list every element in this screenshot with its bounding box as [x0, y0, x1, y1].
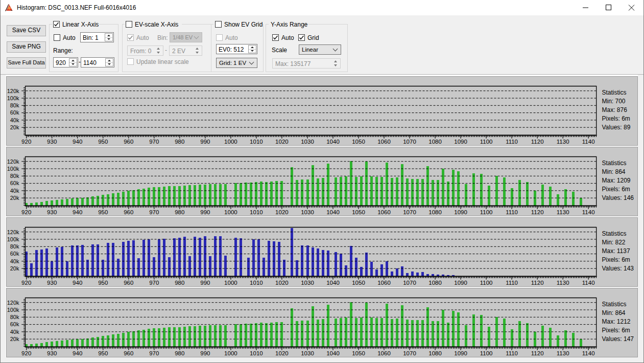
svg-text:60k: 60k: [10, 180, 19, 186]
svg-text:60k: 60k: [10, 321, 19, 327]
svg-text:1100: 1100: [480, 209, 492, 215]
svg-text:990: 990: [200, 280, 210, 286]
svg-text:1070: 1070: [403, 350, 416, 356]
svg-text:1090: 1090: [454, 350, 467, 356]
svg-text:1130: 1130: [556, 139, 569, 145]
svg-text:930: 930: [47, 280, 57, 286]
svg-text:1050: 1050: [352, 350, 365, 356]
svg-text:Statistics: Statistics: [602, 301, 626, 308]
svg-text:1100: 1100: [480, 280, 492, 286]
svg-text:Min: 822: Min: 822: [602, 239, 625, 246]
svg-text:970: 970: [149, 139, 159, 145]
svg-text:1100: 1100: [480, 350, 492, 356]
svg-text:1070: 1070: [403, 280, 416, 286]
svg-text:1110: 1110: [506, 280, 518, 286]
svg-text:1030: 1030: [301, 280, 314, 286]
svg-text:1120: 1120: [531, 350, 543, 356]
svg-text:120k: 120k: [7, 158, 19, 165]
svg-text:100k: 100k: [7, 166, 19, 172]
svg-text:1140: 1140: [582, 280, 594, 286]
svg-text:1050: 1050: [352, 209, 365, 215]
svg-text:1080: 1080: [428, 350, 442, 356]
svg-text:960: 960: [124, 139, 133, 145]
svg-text:1120: 1120: [531, 139, 543, 145]
svg-text:Pixels: 6m: Pixels: 6m: [602, 327, 630, 334]
svg-text:Statistics: Statistics: [602, 89, 626, 96]
svg-text:40k: 40k: [10, 117, 19, 123]
svg-text:1110: 1110: [506, 139, 518, 145]
svg-text:1080: 1080: [428, 209, 442, 215]
svg-text:1130: 1130: [556, 209, 569, 215]
svg-text:970: 970: [149, 350, 159, 356]
svg-text:960: 960: [124, 350, 133, 356]
svg-text:1030: 1030: [301, 350, 314, 356]
svg-text:1060: 1060: [377, 209, 391, 215]
svg-text:1060: 1060: [377, 139, 391, 145]
svg-text:1110: 1110: [506, 209, 518, 215]
svg-text:Min: 700: Min: 700: [602, 98, 625, 105]
svg-text:80k: 80k: [10, 243, 19, 249]
svg-text:20k: 20k: [10, 124, 19, 130]
svg-text:60k: 60k: [10, 109, 19, 116]
svg-text:930: 930: [47, 350, 57, 356]
svg-text:1010: 1010: [250, 209, 263, 215]
svg-text:Pixels: 6m: Pixels: 6m: [602, 256, 630, 263]
svg-text:1140: 1140: [582, 209, 594, 215]
svg-text:970: 970: [149, 280, 159, 286]
svg-text:100k: 100k: [7, 95, 19, 101]
svg-text:940: 940: [73, 280, 82, 286]
svg-text:1030: 1030: [301, 209, 314, 215]
svg-text:Min: 864: Min: 864: [602, 309, 625, 316]
svg-text:1060: 1060: [377, 280, 391, 286]
svg-text:Max: 876: Max: 876: [602, 106, 627, 114]
svg-text:1130: 1130: [556, 350, 569, 356]
svg-text:20k: 20k: [10, 195, 19, 201]
svg-text:1000: 1000: [224, 280, 237, 286]
svg-text:1020: 1020: [275, 139, 289, 145]
svg-text:20k: 20k: [10, 336, 19, 342]
svg-text:1020: 1020: [275, 209, 289, 215]
svg-text:80k: 80k: [10, 173, 19, 179]
svg-text:990: 990: [200, 350, 210, 356]
svg-text:Values: 143: Values: 143: [602, 265, 634, 272]
svg-text:940: 940: [73, 350, 82, 356]
svg-text:120k: 120k: [7, 300, 19, 306]
svg-text:80k: 80k: [10, 102, 19, 108]
svg-text:1080: 1080: [428, 280, 442, 286]
svg-text:950: 950: [98, 139, 108, 145]
svg-text:1140: 1140: [582, 350, 594, 356]
svg-text:950: 950: [98, 209, 108, 215]
svg-text:Max: 1212: Max: 1212: [602, 318, 630, 325]
svg-text:920: 920: [21, 280, 31, 286]
svg-text:980: 980: [175, 139, 184, 145]
svg-text:1130: 1130: [556, 280, 569, 286]
svg-text:40k: 40k: [10, 258, 19, 264]
svg-text:950: 950: [98, 350, 108, 356]
svg-text:Pixels: 6m: Pixels: 6m: [602, 115, 630, 122]
svg-text:Pixels: 6m: Pixels: 6m: [602, 186, 630, 193]
svg-text:1010: 1010: [250, 350, 263, 356]
svg-text:920: 920: [21, 139, 31, 145]
svg-text:80k: 80k: [10, 314, 19, 320]
svg-text:1120: 1120: [531, 280, 543, 286]
svg-text:980: 980: [175, 350, 184, 356]
svg-text:1070: 1070: [403, 209, 416, 215]
svg-text:930: 930: [47, 209, 57, 215]
svg-text:1070: 1070: [403, 139, 416, 145]
svg-text:1010: 1010: [250, 139, 263, 145]
svg-text:1090: 1090: [454, 139, 467, 145]
svg-text:1020: 1020: [275, 350, 289, 356]
svg-text:1080: 1080: [428, 139, 442, 145]
svg-text:990: 990: [200, 209, 210, 215]
svg-text:20k: 20k: [10, 265, 19, 271]
svg-text:980: 980: [175, 280, 184, 286]
svg-text:Max: 1137: Max: 1137: [602, 247, 630, 255]
svg-text:Statistics: Statistics: [602, 160, 626, 167]
svg-text:1120: 1120: [531, 209, 543, 215]
svg-text:Values: 89: Values: 89: [602, 124, 630, 131]
svg-text:1110: 1110: [506, 350, 518, 356]
svg-text:930: 930: [47, 139, 57, 145]
svg-text:120k: 120k: [7, 229, 19, 235]
svg-text:970: 970: [149, 209, 159, 215]
svg-text:1000: 1000: [224, 139, 237, 145]
